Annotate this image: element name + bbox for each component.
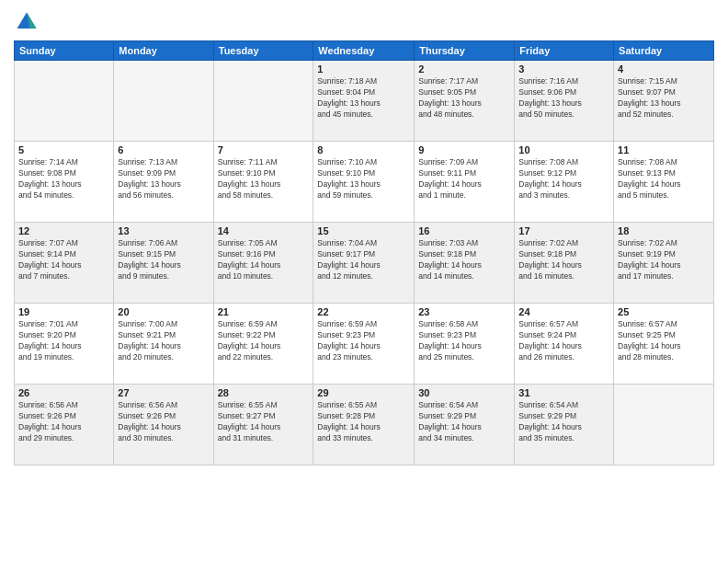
day-number: 4 [618, 63, 710, 75]
day-number: 28 [218, 387, 310, 398]
calendar-cell: 4Sunrise: 7:15 AMSunset: 9:07 PMDaylight… [614, 61, 714, 142]
calendar-cell [15, 61, 114, 142]
calendar: SundayMondayTuesdayWednesdayThursdayFrid… [14, 40, 714, 465]
day-info: Sunrise: 6:55 AMSunset: 9:28 PMDaylight:… [317, 400, 410, 444]
day-number: 8 [317, 144, 410, 155]
calendar-cell: 19Sunrise: 7:01 AMSunset: 9:20 PMDayligh… [15, 304, 114, 385]
day-info: Sunrise: 7:02 AMSunset: 9:18 PMDaylight:… [518, 238, 609, 282]
day-header-saturday: Saturday [614, 41, 714, 61]
day-number: 19 [18, 306, 109, 317]
day-number: 13 [118, 225, 209, 236]
calendar-cell: 21Sunrise: 6:59 AMSunset: 9:22 PMDayligh… [213, 304, 313, 385]
day-number: 14 [218, 225, 310, 236]
day-number: 12 [18, 225, 109, 236]
calendar-cell: 15Sunrise: 7:04 AMSunset: 9:17 PMDayligh… [313, 223, 415, 304]
week-row-4: 19Sunrise: 7:01 AMSunset: 9:20 PMDayligh… [15, 304, 714, 385]
day-info: Sunrise: 7:15 AMSunset: 9:07 PMDaylight:… [618, 76, 710, 121]
day-info: Sunrise: 7:18 AMSunset: 9:04 PMDaylight:… [317, 76, 410, 121]
week-row-5: 26Sunrise: 6:56 AMSunset: 9:26 PMDayligh… [15, 385, 714, 465]
calendar-cell: 9Sunrise: 7:09 AMSunset: 9:11 PMDaylight… [415, 142, 515, 223]
calendar-cell: 28Sunrise: 6:55 AMSunset: 9:27 PMDayligh… [213, 385, 313, 465]
day-number: 29 [317, 387, 410, 398]
day-info: Sunrise: 7:13 AMSunset: 9:09 PMDaylight:… [118, 157, 209, 201]
calendar-cell: 6Sunrise: 7:13 AMSunset: 9:09 PMDaylight… [114, 142, 213, 223]
day-header-thursday: Thursday [415, 41, 515, 61]
calendar-cell: 25Sunrise: 6:57 AMSunset: 9:25 PMDayligh… [614, 304, 714, 385]
day-number: 20 [118, 306, 209, 317]
calendar-cell: 1Sunrise: 7:18 AMSunset: 9:04 PMDaylight… [313, 61, 415, 142]
day-number: 23 [418, 306, 510, 317]
calendar-cell: 23Sunrise: 6:58 AMSunset: 9:23 PMDayligh… [415, 304, 515, 385]
calendar-cell: 26Sunrise: 6:56 AMSunset: 9:26 PMDayligh… [15, 385, 114, 465]
calendar-cell: 16Sunrise: 7:03 AMSunset: 9:18 PMDayligh… [415, 223, 515, 304]
week-row-1: 1Sunrise: 7:18 AMSunset: 9:04 PMDaylight… [15, 61, 714, 142]
day-info: Sunrise: 6:57 AMSunset: 9:25 PMDaylight:… [618, 319, 710, 363]
day-number: 31 [518, 387, 609, 398]
day-info: Sunrise: 7:07 AMSunset: 9:14 PMDaylight:… [18, 238, 109, 282]
calendar-cell: 27Sunrise: 6:56 AMSunset: 9:26 PMDayligh… [114, 385, 213, 465]
day-info: Sunrise: 6:56 AMSunset: 9:26 PMDaylight:… [118, 400, 209, 444]
day-info: Sunrise: 7:16 AMSunset: 9:06 PMDaylight:… [518, 76, 609, 121]
calendar-cell [213, 61, 313, 142]
calendar-cell [114, 61, 213, 142]
day-number: 22 [317, 306, 410, 317]
day-number: 6 [118, 144, 209, 155]
day-number: 2 [418, 63, 510, 75]
calendar-cell: 29Sunrise: 6:55 AMSunset: 9:28 PMDayligh… [313, 385, 415, 465]
day-number: 3 [518, 63, 609, 75]
day-info: Sunrise: 7:04 AMSunset: 9:17 PMDaylight:… [317, 238, 410, 282]
day-header-wednesday: Wednesday [313, 41, 415, 61]
day-number: 16 [418, 225, 510, 236]
day-info: Sunrise: 7:02 AMSunset: 9:19 PMDaylight:… [618, 238, 710, 282]
calendar-cell: 20Sunrise: 7:00 AMSunset: 9:21 PMDayligh… [114, 304, 213, 385]
day-number: 9 [418, 144, 510, 155]
day-info: Sunrise: 7:05 AMSunset: 9:16 PMDaylight:… [218, 238, 310, 282]
calendar-cell [614, 385, 714, 465]
calendar-cell: 17Sunrise: 7:02 AMSunset: 9:18 PMDayligh… [515, 223, 614, 304]
day-info: Sunrise: 6:55 AMSunset: 9:27 PMDaylight:… [218, 400, 310, 444]
calendar-cell: 24Sunrise: 6:57 AMSunset: 9:24 PMDayligh… [515, 304, 614, 385]
day-number: 30 [418, 387, 510, 398]
day-number: 10 [518, 144, 609, 155]
day-info: Sunrise: 6:54 AMSunset: 9:29 PMDaylight:… [518, 400, 609, 444]
day-info: Sunrise: 6:59 AMSunset: 9:23 PMDaylight:… [317, 319, 410, 363]
day-number: 26 [18, 387, 109, 398]
day-info: Sunrise: 7:14 AMSunset: 9:08 PMDaylight:… [18, 157, 109, 201]
day-info: Sunrise: 7:00 AMSunset: 9:21 PMDaylight:… [118, 319, 209, 363]
page: SundayMondayTuesdayWednesdayThursdayFrid… [0, 0, 728, 563]
day-info: Sunrise: 7:10 AMSunset: 9:10 PMDaylight:… [317, 157, 410, 201]
calendar-cell: 18Sunrise: 7:02 AMSunset: 9:19 PMDayligh… [614, 223, 714, 304]
day-number: 21 [218, 306, 310, 317]
calendar-cell: 12Sunrise: 7:07 AMSunset: 9:14 PMDayligh… [15, 223, 114, 304]
day-info: Sunrise: 6:54 AMSunset: 9:29 PMDaylight:… [418, 400, 510, 444]
calendar-cell: 10Sunrise: 7:08 AMSunset: 9:12 PMDayligh… [515, 142, 614, 223]
day-number: 7 [218, 144, 310, 155]
day-info: Sunrise: 6:57 AMSunset: 9:24 PMDaylight:… [518, 319, 609, 363]
calendar-cell: 8Sunrise: 7:10 AMSunset: 9:10 PMDaylight… [313, 142, 415, 223]
day-number: 17 [518, 225, 609, 236]
calendar-cell: 13Sunrise: 7:06 AMSunset: 9:15 PMDayligh… [114, 223, 213, 304]
day-info: Sunrise: 7:03 AMSunset: 9:18 PMDaylight:… [418, 238, 510, 282]
day-header-monday: Monday [114, 41, 213, 61]
day-number: 11 [618, 144, 710, 155]
day-header-sunday: Sunday [15, 41, 114, 61]
day-number: 15 [317, 225, 410, 236]
logo [14, 9, 43, 35]
week-row-2: 5Sunrise: 7:14 AMSunset: 9:08 PMDaylight… [15, 142, 714, 223]
day-info: Sunrise: 6:58 AMSunset: 9:23 PMDaylight:… [418, 319, 510, 363]
day-info: Sunrise: 7:11 AMSunset: 9:10 PMDaylight:… [218, 157, 310, 201]
calendar-cell: 7Sunrise: 7:11 AMSunset: 9:10 PMDaylight… [213, 142, 313, 223]
week-row-3: 12Sunrise: 7:07 AMSunset: 9:14 PMDayligh… [15, 223, 714, 304]
day-number: 24 [518, 306, 609, 317]
day-number: 25 [618, 306, 710, 317]
day-header-friday: Friday [515, 41, 614, 61]
calendar-cell: 2Sunrise: 7:17 AMSunset: 9:05 PMDaylight… [415, 61, 515, 142]
calendar-cell: 3Sunrise: 7:16 AMSunset: 9:06 PMDaylight… [515, 61, 614, 142]
calendar-cell: 30Sunrise: 6:54 AMSunset: 9:29 PMDayligh… [415, 385, 515, 465]
day-number: 1 [317, 63, 410, 75]
day-info: Sunrise: 7:01 AMSunset: 9:20 PMDaylight:… [18, 319, 109, 363]
day-header-tuesday: Tuesday [213, 41, 313, 61]
calendar-cell: 11Sunrise: 7:08 AMSunset: 9:13 PMDayligh… [614, 142, 714, 223]
day-info: Sunrise: 6:56 AMSunset: 9:26 PMDaylight:… [18, 400, 109, 444]
header [14, 9, 714, 35]
